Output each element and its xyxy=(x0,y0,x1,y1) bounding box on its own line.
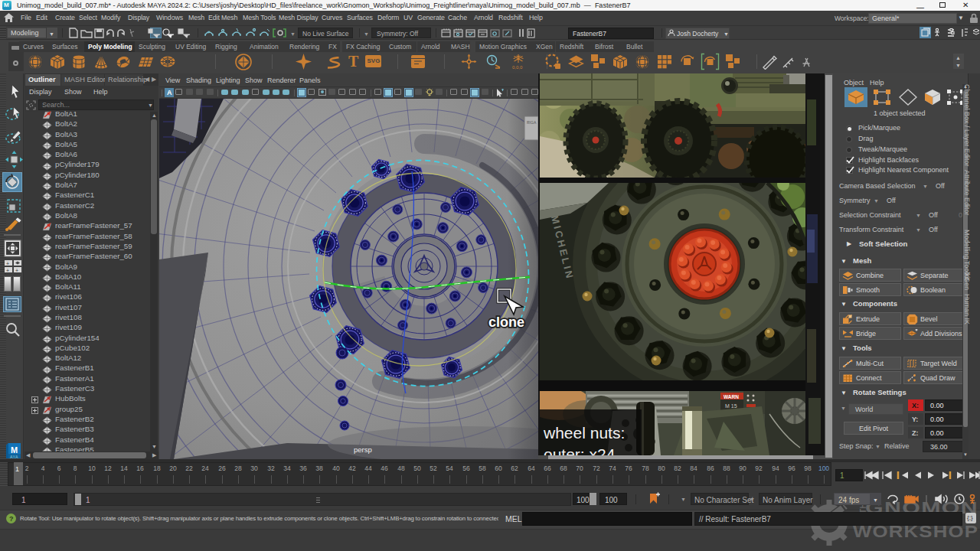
svg-text:M: M xyxy=(11,445,18,455)
svg-text:WARN: WARN xyxy=(724,394,739,399)
svg-text:+: + xyxy=(6,268,9,273)
svg-text:outer: x24: outer: x24 xyxy=(544,445,616,455)
svg-text:wheel nuts:: wheel nuts: xyxy=(543,424,625,442)
svg-text:AYA: AYA xyxy=(10,455,18,459)
svg-text:M 15: M 15 xyxy=(725,403,737,409)
svg-text:0,0,0: 0,0,0 xyxy=(512,65,523,70)
svg-text:+: + xyxy=(6,261,9,266)
svg-text:clone: clone xyxy=(488,315,524,330)
svg-text:+: + xyxy=(15,268,18,273)
svg-text:persp: persp xyxy=(354,445,372,454)
svg-text:RIGA: RIGA xyxy=(527,120,537,125)
